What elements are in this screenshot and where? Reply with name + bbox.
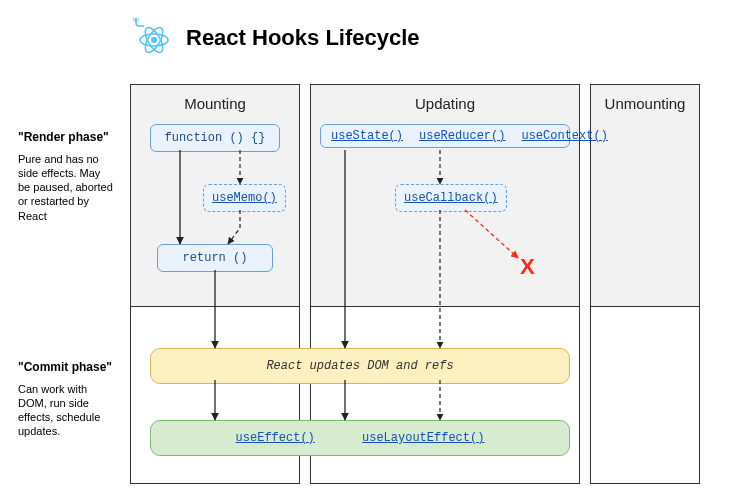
render-phase-header: "Render phase" xyxy=(18,130,113,146)
return-node: return () xyxy=(157,244,273,272)
commit-phase-desc: Can work with DOM, run side effects, sch… xyxy=(18,382,113,439)
usereducer-link[interactable]: useReducer() xyxy=(419,129,505,143)
updating-hooks-node: useState()useReducer()useContext() xyxy=(320,124,570,148)
useeffect-link[interactable]: useEffect() xyxy=(236,431,315,445)
unmounting-column: Unmounting xyxy=(590,84,700,484)
usecontext-link[interactable]: useContext() xyxy=(521,129,607,143)
render-phase-label: "Render phase" Pure and has no side effe… xyxy=(18,130,113,223)
effects-node: useEffect() useLayoutEffect() xyxy=(150,420,570,456)
unmounting-title: Unmounting xyxy=(591,95,699,112)
svg-point-1 xyxy=(151,37,157,43)
mounting-title: Mounting xyxy=(131,95,299,112)
usecallback-node[interactable]: useCallback() xyxy=(395,184,507,212)
dom-update-node: React updates DOM and refs xyxy=(150,348,570,384)
usestate-link[interactable]: useState() xyxy=(331,129,403,143)
commit-phase-header: "Commit phase" xyxy=(18,360,113,376)
unmounting-render-band xyxy=(591,85,699,307)
react-logo-icon xyxy=(130,18,174,58)
uselayouteffect-link[interactable]: useLayoutEffect() xyxy=(362,431,484,445)
usememo-node[interactable]: useMemo() xyxy=(203,184,286,212)
diagram-header: React Hooks Lifecycle xyxy=(130,18,420,58)
svg-rect-0 xyxy=(133,18,139,22)
commit-phase-label: "Commit phase" Can work with DOM, run si… xyxy=(18,360,113,439)
diagram-title: React Hooks Lifecycle xyxy=(186,25,420,51)
x-mark: X xyxy=(520,254,535,280)
updating-title: Updating xyxy=(311,95,579,112)
render-phase-desc: Pure and has no side effects. May be pau… xyxy=(18,152,113,223)
function-decl-node: function () {} xyxy=(150,124,280,152)
